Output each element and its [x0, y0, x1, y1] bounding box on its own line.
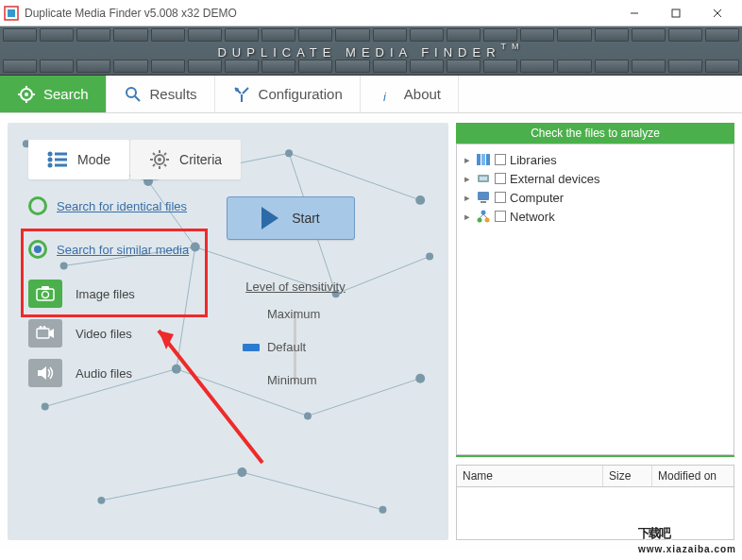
subtab-mode-label: Mode [77, 152, 110, 167]
mode-identical[interactable]: Search for identical files [28, 196, 189, 215]
tree-computer[interactable]: ▸ Computer [461, 188, 730, 207]
radio-similar[interactable] [28, 240, 47, 259]
checkbox-computer[interactable] [495, 192, 506, 203]
media-audio[interactable]: Audio files [28, 359, 135, 387]
svg-rect-46 [55, 153, 67, 156]
start-button[interactable]: Start [227, 196, 355, 240]
tree-computer-label: Computer [510, 191, 564, 205]
sens-min-label: Minimum [267, 373, 324, 387]
network-icon [476, 209, 491, 224]
svg-point-65 [40, 326, 42, 329]
svg-rect-69 [477, 154, 481, 165]
slider-thumb[interactable] [243, 344, 260, 351]
tree-network[interactable]: ▸ Network [461, 207, 730, 226]
analyze-header: Check the files to analyze [456, 123, 734, 144]
svg-point-52 [158, 158, 161, 161]
window-title: Duplicate Media Finder v5.008 x32 DEMO [25, 7, 614, 20]
subtab-criteria[interactable]: Criteria [130, 140, 241, 179]
svg-line-25 [101, 472, 242, 501]
svg-rect-3 [672, 9, 680, 17]
tab-about[interactable]: i About [361, 76, 459, 112]
svg-point-45 [48, 152, 53, 157]
expand-icon[interactable]: ▸ [463, 173, 472, 185]
svg-rect-64 [37, 329, 49, 338]
tree-external-label: External devices [510, 172, 599, 186]
svg-line-13 [135, 96, 140, 101]
svg-point-40 [304, 412, 312, 419]
tree-external[interactable]: ▸ External devices [461, 169, 730, 188]
col-size[interactable]: Size [603, 466, 652, 486]
gear-icon [149, 149, 170, 170]
checkbox-libraries[interactable] [495, 154, 506, 165]
sens-default-label: Default [267, 340, 324, 354]
checkbox-external[interactable] [495, 173, 506, 184]
mode-identical-label: Search for identical files [57, 199, 187, 213]
tree-libraries[interactable]: ▸ Libraries [461, 150, 730, 169]
tab-results[interactable]: Results [107, 76, 215, 112]
computer-icon [476, 190, 491, 205]
close-button[interactable] [697, 0, 738, 26]
content-area: Mode Criteria Search for identical files [0, 113, 742, 550]
media-image-label: Image files [76, 287, 135, 301]
sensitivity-panel: Level of sensitivity Maximum Default Min… [163, 280, 428, 391]
svg-point-62 [42, 292, 49, 298]
expand-icon[interactable]: ▸ [463, 211, 472, 223]
svg-line-26 [242, 472, 382, 510]
file-tree[interactable]: ▸ Libraries ▸ External devices ▸ Compute… [456, 144, 734, 455]
maximize-button[interactable] [655, 0, 697, 26]
sub-tab-bar: Mode Criteria [28, 140, 428, 179]
svg-rect-74 [478, 192, 489, 200]
results-list[interactable] [456, 486, 734, 540]
banner-title: DUPLICATE MEDIA FINDERTM [217, 40, 524, 61]
list-icon [47, 149, 68, 170]
svg-line-59 [164, 153, 166, 155]
svg-rect-73 [480, 177, 487, 180]
svg-rect-71 [486, 154, 490, 165]
svg-rect-75 [481, 201, 486, 203]
app-icon [4, 6, 19, 21]
svg-line-80 [483, 214, 487, 218]
tab-results-label: Results [150, 86, 197, 102]
svg-line-60 [153, 164, 155, 166]
col-modified[interactable]: Modified on [652, 466, 734, 486]
magnifier-icon [124, 85, 143, 104]
mode-option-list: Search for identical files Search for si… [28, 196, 189, 259]
tab-configuration[interactable]: Configuration [215, 76, 361, 112]
mode-similar[interactable]: Search for similar media [28, 240, 189, 259]
minimize-button[interactable] [614, 0, 655, 26]
svg-point-12 [126, 88, 136, 97]
svg-line-57 [153, 153, 155, 155]
tab-config-label: Configuration [259, 86, 343, 102]
media-audio-label: Audio files [76, 366, 132, 381]
col-name[interactable]: Name [457, 466, 603, 486]
audio-icon [28, 359, 62, 387]
sensitivity-title: Level of sensitivity [245, 280, 346, 294]
app-banner: DUPLICATE MEDIA FINDERTM [0, 26, 742, 76]
svg-point-44 [379, 506, 386, 514]
media-video[interactable]: Video files [28, 319, 135, 348]
sens-max-label: Maximum [267, 307, 324, 321]
media-image[interactable]: Image files [28, 280, 135, 308]
tools-icon [232, 85, 251, 104]
radio-identical[interactable] [28, 196, 47, 215]
svg-point-78 [485, 218, 490, 223]
mode-similar-label: Search for similar media [57, 243, 189, 257]
svg-rect-70 [481, 154, 485, 165]
sensitivity-slider[interactable]: Maximum Default Minimum [267, 303, 324, 391]
checkbox-network[interactable] [495, 211, 506, 222]
search-gear-icon [17, 85, 36, 104]
svg-line-58 [164, 164, 166, 166]
media-type-list: Image files Video files Audio files [28, 280, 135, 391]
svg-rect-50 [55, 164, 67, 167]
expand-icon[interactable]: ▸ [463, 154, 472, 166]
subtab-mode[interactable]: Mode [28, 140, 129, 179]
expand-icon[interactable]: ▸ [463, 192, 472, 204]
svg-point-47 [48, 158, 53, 162]
svg-point-76 [481, 211, 486, 215]
tree-libraries-label: Libraries [510, 153, 557, 167]
svg-text:i: i [383, 90, 387, 104]
tab-search[interactable]: Search [0, 76, 107, 112]
tree-network-label: Network [510, 210, 555, 224]
left-panel: Mode Criteria Search for identical files [8, 123, 448, 540]
tab-search-label: Search [43, 86, 89, 102]
